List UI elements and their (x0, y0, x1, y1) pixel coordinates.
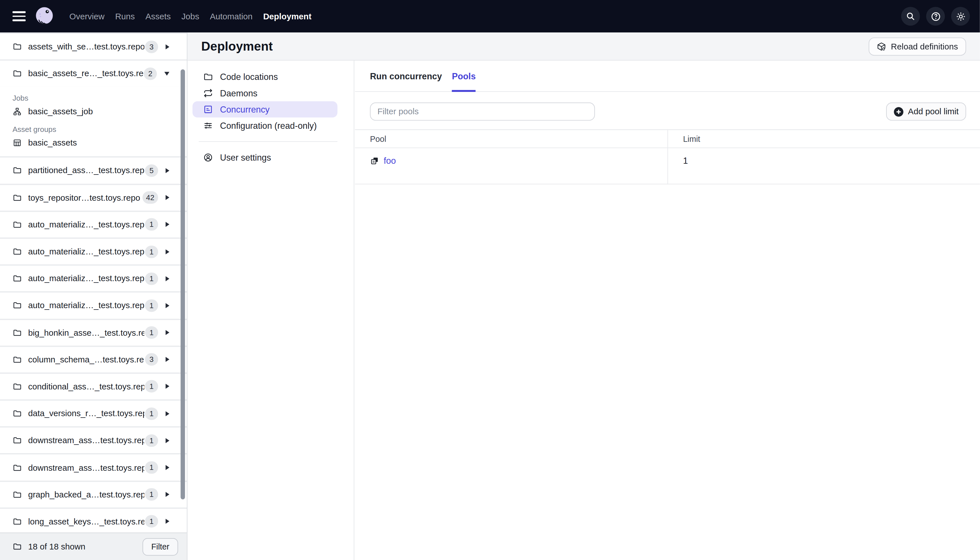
folder-icon (203, 72, 213, 82)
subnav-label: Configuration (read-only) (220, 120, 317, 130)
nav-automation[interactable]: Automation (210, 12, 252, 21)
chevron-right-icon[interactable] (166, 222, 170, 227)
chevron-right-icon[interactable] (166, 384, 170, 389)
code-location-name: big_honkin_asse…_test.toys.rep (28, 328, 145, 337)
subnav-item-concurrency[interactable]: Concurrency (192, 101, 338, 117)
nav-deployment[interactable]: Deployment (263, 12, 311, 21)
folder-icon (13, 517, 22, 526)
menu-icon[interactable] (13, 8, 26, 24)
plus-circle-icon (893, 107, 903, 117)
folder-icon (13, 220, 22, 229)
code-location-row[interactable]: downstream_ass…test.toys.rep 1 (0, 428, 187, 453)
code-location-name: downstream_ass…test.toys.rep (28, 463, 145, 472)
add-pool-limit-button[interactable]: Add pool limit (886, 103, 967, 121)
count-badge: 3 (145, 353, 158, 366)
chevron-right-icon[interactable] (166, 168, 170, 173)
dagster-logo[interactable] (34, 6, 55, 27)
code-location-row[interactable]: auto_materializ…_test.toys.repo 1 (0, 212, 187, 238)
code-location-row[interactable]: conditional_ass…_test.toys.repo 1 (0, 374, 187, 400)
code-location-name: data_versions_r…_test.toys.rep (28, 409, 145, 418)
code-location-row[interactable]: basic_assets_re…_test.toys.rep 2 (0, 61, 187, 87)
deployment-subnav: Code locations Daemons Concurrency (188, 60, 354, 560)
table-row-limit-cell: 1 (667, 148, 980, 185)
pools-table: Pool Limit foo 1 (355, 129, 980, 184)
sidebar-scrollbar[interactable] (180, 69, 185, 500)
code-location-row[interactable]: auto_materializ…_test.toys.repo 1 (0, 266, 187, 292)
concurrency-content: Run concurrency Pools Add pool limit Poo… (355, 60, 980, 560)
count-badge: 42 (142, 191, 158, 204)
code-location-name: graph_backed_a…test.toys.repo (28, 490, 145, 499)
count-badge: 1 (145, 218, 158, 231)
chevron-right-icon[interactable] (166, 519, 170, 524)
count-badge: 1 (145, 245, 158, 258)
top-navigation-bar: Overview Runs Assets Jobs Automation Dep… (0, 0, 980, 32)
code-location-name: basic_assets_re…_test.toys.rep (28, 69, 144, 78)
repeat-icon (203, 88, 213, 98)
reload-definitions-button[interactable]: Reload definitions (868, 37, 966, 55)
count-badge: 1 (145, 380, 158, 393)
tab-pools[interactable]: Pools (452, 60, 476, 91)
settings-icon[interactable] (951, 7, 970, 26)
chevron-right-icon[interactable] (166, 276, 170, 281)
pool-column-header: Pool (355, 130, 667, 148)
subnav-item-user-settings[interactable]: User settings (192, 149, 338, 165)
folder-icon (13, 328, 22, 337)
count-badge: 1 (145, 434, 158, 447)
asset-groups-section-label: Asset groups (13, 125, 187, 134)
sidebar-row-list: assets_with_se…test.toys.repo 3 basic_as… (0, 34, 187, 536)
chevron-down-icon[interactable] (164, 72, 170, 75)
chevron-right-icon[interactable] (166, 438, 170, 443)
help-icon[interactable] (926, 7, 945, 26)
chevron-right-icon[interactable] (166, 492, 170, 497)
count-badge: 1 (145, 326, 158, 339)
code-location-name: auto_materializ…_test.toys.repo (28, 301, 145, 310)
subnav-item-daemons[interactable]: Daemons (192, 85, 338, 101)
code-location-row[interactable]: assets_with_se…test.toys.repo 3 (0, 34, 187, 60)
code-location-row[interactable]: downstream_ass…test.toys.rep 1 (0, 455, 187, 480)
primary-nav: Overview Runs Assets Jobs Automation Dep… (69, 12, 311, 21)
code-location-name: conditional_ass…_test.toys.repo (28, 382, 145, 391)
code-location-row[interactable]: partitioned_ass…_test.toys.rep 5 (0, 158, 187, 183)
user-icon (203, 152, 213, 162)
job-item[interactable]: basic_assets_job (0, 105, 187, 119)
asset-group-item[interactable]: basic_assets (0, 136, 187, 150)
chevron-right-icon[interactable] (166, 465, 170, 470)
pool-name: foo (384, 155, 396, 165)
concurrency-tabs: Run concurrency Pools (355, 60, 980, 92)
subnav-label: Daemons (220, 88, 258, 98)
filter-button[interactable]: Filter (143, 538, 178, 555)
code-location-row[interactable]: long_asset_keys…_test.toys.rep 1 (0, 508, 187, 534)
code-location-row[interactable]: auto_materializ…_test.toys.repo 1 (0, 293, 187, 319)
chevron-right-icon[interactable] (166, 249, 170, 254)
code-location-row[interactable]: auto_materializ…_test.toys.repo 1 (0, 239, 187, 265)
chevron-right-icon[interactable] (166, 195, 170, 200)
code-location-name: column_schema_…test.toys.rep (28, 355, 145, 364)
subnav-item-configuration[interactable]: Configuration (read-only) (192, 117, 338, 133)
nav-jobs[interactable]: Jobs (181, 12, 199, 21)
tab-run-concurrency[interactable]: Run concurrency (370, 60, 442, 91)
nav-assets[interactable]: Assets (146, 12, 171, 21)
expanded-repo-section: Jobs basic_assets_job Asset groups basi (0, 87, 187, 156)
subnav-label: Code locations (220, 72, 278, 82)
search-icon[interactable] (901, 7, 920, 26)
subnav-item-code-locations[interactable]: Code locations (192, 69, 338, 85)
chevron-right-icon[interactable] (166, 303, 170, 308)
chevron-right-icon[interactable] (166, 411, 170, 416)
code-location-row[interactable]: toys_repositor…test.toys.repo 42 (0, 185, 187, 211)
chevron-right-icon[interactable] (166, 330, 170, 335)
pool-link[interactable]: foo (370, 155, 396, 165)
code-location-row[interactable]: column_schema_…test.toys.rep 3 (0, 347, 187, 373)
code-location-row[interactable]: graph_backed_a…test.toys.repo 1 (0, 482, 187, 507)
nav-runs[interactable]: Runs (115, 12, 135, 21)
code-location-row[interactable]: data_versions_r…_test.toys.rep 1 (0, 401, 187, 427)
filter-pools-input[interactable] (370, 103, 595, 121)
code-location-row[interactable]: big_honkin_asse…_test.toys.rep 1 (0, 320, 187, 346)
folder-icon (13, 166, 22, 175)
sidebar-footer: 18 of 18 shown Filter (0, 532, 187, 560)
nav-overview[interactable]: Overview (69, 12, 105, 21)
table-row-pool-cell: foo (355, 148, 667, 185)
chevron-right-icon[interactable] (166, 357, 170, 362)
code-location-name: auto_materializ…_test.toys.repo (28, 274, 145, 283)
chevron-right-icon[interactable] (166, 44, 170, 49)
count-badge: 1 (145, 515, 158, 528)
